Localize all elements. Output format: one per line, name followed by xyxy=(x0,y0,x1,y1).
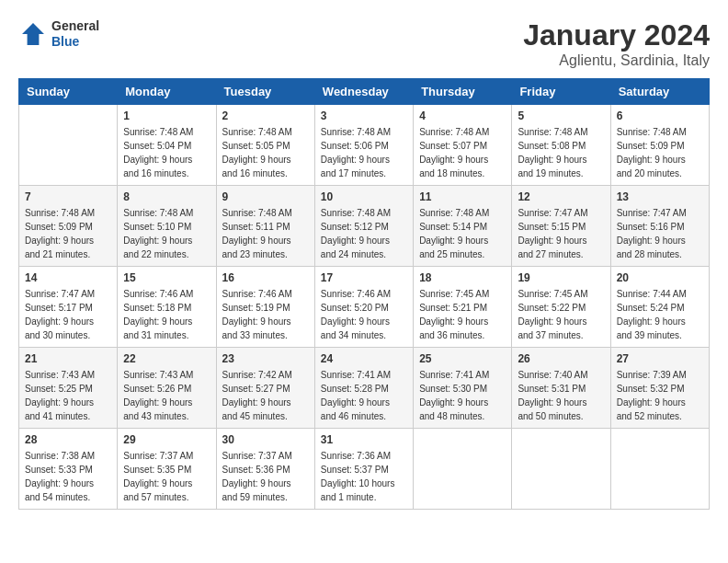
day-number: 27 xyxy=(617,352,703,365)
calendar-cell: 16Sunrise: 7:46 AMSunset: 5:19 PMDayligh… xyxy=(216,267,314,348)
weekday-header: Monday xyxy=(118,79,216,105)
day-info: Sunrise: 7:39 AMSunset: 5:32 PMDaylight:… xyxy=(617,368,703,423)
day-info: Sunrise: 7:38 AMSunset: 5:33 PMDaylight:… xyxy=(25,449,111,504)
calendar-table: SundayMondayTuesdayWednesdayThursdayFrid… xyxy=(18,78,710,510)
day-number: 17 xyxy=(321,271,407,284)
day-number: 11 xyxy=(419,190,506,203)
day-number: 10 xyxy=(321,190,407,203)
calendar-cell: 15Sunrise: 7:46 AMSunset: 5:18 PMDayligh… xyxy=(118,267,216,348)
day-info: Sunrise: 7:43 AMSunset: 5:25 PMDaylight:… xyxy=(25,368,111,423)
day-number: 28 xyxy=(25,433,111,446)
day-number: 6 xyxy=(617,109,703,122)
day-number: 1 xyxy=(123,109,210,122)
day-info: Sunrise: 7:46 AMSunset: 5:19 PMDaylight:… xyxy=(222,287,309,342)
day-info: Sunrise: 7:41 AMSunset: 5:30 PMDaylight:… xyxy=(419,368,506,423)
weekday-header: Sunday xyxy=(19,79,118,105)
day-number: 3 xyxy=(321,109,407,122)
day-number: 14 xyxy=(25,271,111,284)
day-info: Sunrise: 7:47 AMSunset: 5:16 PMDaylight:… xyxy=(617,206,703,261)
calendar-cell: 14Sunrise: 7:47 AMSunset: 5:17 PMDayligh… xyxy=(19,267,118,348)
calendar-cell: 18Sunrise: 7:45 AMSunset: 5:21 PMDayligh… xyxy=(414,267,512,348)
calendar-cell: 8Sunrise: 7:48 AMSunset: 5:10 PMDaylight… xyxy=(118,186,216,267)
day-info: Sunrise: 7:48 AMSunset: 5:14 PMDaylight:… xyxy=(419,206,506,261)
day-number: 2 xyxy=(222,109,309,122)
day-info: Sunrise: 7:48 AMSunset: 5:04 PMDaylight:… xyxy=(123,125,210,180)
calendar-cell: 3Sunrise: 7:48 AMSunset: 5:06 PMDaylight… xyxy=(314,105,413,186)
calendar-cell: 22Sunrise: 7:43 AMSunset: 5:26 PMDayligh… xyxy=(118,348,216,429)
day-number: 29 xyxy=(123,433,210,446)
calendar-cell: 27Sunrise: 7:39 AMSunset: 5:32 PMDayligh… xyxy=(610,348,709,429)
calendar-cell: 7Sunrise: 7:48 AMSunset: 5:09 PMDaylight… xyxy=(19,186,118,267)
day-number: 13 xyxy=(617,190,703,203)
day-info: Sunrise: 7:44 AMSunset: 5:24 PMDaylight:… xyxy=(617,287,703,342)
calendar-week-row: 21Sunrise: 7:43 AMSunset: 5:25 PMDayligh… xyxy=(19,348,710,429)
day-number: 5 xyxy=(518,109,604,122)
day-info: Sunrise: 7:47 AMSunset: 5:17 PMDaylight:… xyxy=(25,287,111,342)
day-info: Sunrise: 7:43 AMSunset: 5:26 PMDaylight:… xyxy=(123,368,210,423)
day-number: 30 xyxy=(222,433,309,446)
calendar-cell: 23Sunrise: 7:42 AMSunset: 5:27 PMDayligh… xyxy=(216,348,314,429)
day-info: Sunrise: 7:46 AMSunset: 5:20 PMDaylight:… xyxy=(321,287,407,342)
calendar-cell: 11Sunrise: 7:48 AMSunset: 5:14 PMDayligh… xyxy=(414,186,512,267)
day-number: 25 xyxy=(419,352,506,365)
day-info: Sunrise: 7:47 AMSunset: 5:15 PMDaylight:… xyxy=(518,206,604,261)
day-info: Sunrise: 7:45 AMSunset: 5:22 PMDaylight:… xyxy=(518,287,604,342)
logo-text: General Blue xyxy=(51,18,99,50)
calendar-cell xyxy=(19,105,118,186)
weekday-header: Wednesday xyxy=(314,79,413,105)
calendar-cell xyxy=(414,429,512,510)
day-info: Sunrise: 7:48 AMSunset: 5:11 PMDaylight:… xyxy=(222,206,309,261)
calendar-week-row: 28Sunrise: 7:38 AMSunset: 5:33 PMDayligh… xyxy=(19,429,710,510)
calendar-cell: 21Sunrise: 7:43 AMSunset: 5:25 PMDayligh… xyxy=(19,348,118,429)
day-number: 12 xyxy=(518,190,604,203)
day-number: 24 xyxy=(321,352,407,365)
day-number: 31 xyxy=(321,433,407,446)
day-number: 21 xyxy=(25,352,111,365)
day-number: 20 xyxy=(617,271,703,284)
calendar-header: SundayMondayTuesdayWednesdayThursdayFrid… xyxy=(19,79,710,105)
calendar-cell: 4Sunrise: 7:48 AMSunset: 5:07 PMDaylight… xyxy=(414,105,512,186)
calendar-cell: 29Sunrise: 7:37 AMSunset: 5:35 PMDayligh… xyxy=(118,429,216,510)
calendar-cell: 13Sunrise: 7:47 AMSunset: 5:16 PMDayligh… xyxy=(610,186,709,267)
calendar-week-row: 14Sunrise: 7:47 AMSunset: 5:17 PMDayligh… xyxy=(19,267,710,348)
day-number: 7 xyxy=(25,190,111,203)
day-number: 15 xyxy=(123,271,210,284)
day-number: 18 xyxy=(419,271,506,284)
logo-blue: Blue xyxy=(51,34,99,50)
calendar-cell: 26Sunrise: 7:40 AMSunset: 5:31 PMDayligh… xyxy=(512,348,610,429)
day-number: 8 xyxy=(123,190,210,203)
title-area: January 2024 Aglientu, Sardinia, Italy xyxy=(523,18,710,69)
day-info: Sunrise: 7:48 AMSunset: 5:12 PMDaylight:… xyxy=(321,206,407,261)
day-number: 26 xyxy=(518,352,604,365)
svg-marker-0 xyxy=(22,23,44,45)
day-info: Sunrise: 7:48 AMSunset: 5:08 PMDaylight:… xyxy=(518,125,604,180)
page-header: General Blue January 2024 Aglientu, Sard… xyxy=(18,18,710,69)
day-info: Sunrise: 7:40 AMSunset: 5:31 PMDaylight:… xyxy=(518,368,604,423)
calendar-cell: 20Sunrise: 7:44 AMSunset: 5:24 PMDayligh… xyxy=(610,267,709,348)
day-info: Sunrise: 7:37 AMSunset: 5:35 PMDaylight:… xyxy=(123,449,210,504)
calendar-cell: 25Sunrise: 7:41 AMSunset: 5:30 PMDayligh… xyxy=(414,348,512,429)
calendar-cell: 31Sunrise: 7:36 AMSunset: 5:37 PMDayligh… xyxy=(314,429,413,510)
day-number: 23 xyxy=(222,352,309,365)
month-title: January 2024 xyxy=(523,18,710,52)
calendar-cell: 2Sunrise: 7:48 AMSunset: 5:05 PMDaylight… xyxy=(216,105,314,186)
calendar-cell: 24Sunrise: 7:41 AMSunset: 5:28 PMDayligh… xyxy=(314,348,413,429)
logo-general: General xyxy=(51,18,99,34)
calendar-cell: 17Sunrise: 7:46 AMSunset: 5:20 PMDayligh… xyxy=(314,267,413,348)
calendar-week-row: 1Sunrise: 7:48 AMSunset: 5:04 PMDaylight… xyxy=(19,105,710,186)
day-info: Sunrise: 7:48 AMSunset: 5:09 PMDaylight:… xyxy=(617,125,703,180)
day-info: Sunrise: 7:41 AMSunset: 5:28 PMDaylight:… xyxy=(321,368,407,423)
day-info: Sunrise: 7:48 AMSunset: 5:09 PMDaylight:… xyxy=(25,206,111,261)
weekday-header: Saturday xyxy=(610,79,709,105)
calendar-cell: 10Sunrise: 7:48 AMSunset: 5:12 PMDayligh… xyxy=(314,186,413,267)
day-info: Sunrise: 7:45 AMSunset: 5:21 PMDaylight:… xyxy=(419,287,506,342)
calendar-cell: 30Sunrise: 7:37 AMSunset: 5:36 PMDayligh… xyxy=(216,429,314,510)
day-info: Sunrise: 7:48 AMSunset: 5:10 PMDaylight:… xyxy=(123,206,210,261)
calendar-body: 1Sunrise: 7:48 AMSunset: 5:04 PMDaylight… xyxy=(19,105,710,510)
calendar-cell: 5Sunrise: 7:48 AMSunset: 5:08 PMDaylight… xyxy=(512,105,610,186)
calendar-cell: 1Sunrise: 7:48 AMSunset: 5:04 PMDaylight… xyxy=(118,105,216,186)
calendar-cell xyxy=(512,429,610,510)
day-info: Sunrise: 7:46 AMSunset: 5:18 PMDaylight:… xyxy=(123,287,210,342)
day-number: 9 xyxy=(222,190,309,203)
calendar-cell: 19Sunrise: 7:45 AMSunset: 5:22 PMDayligh… xyxy=(512,267,610,348)
